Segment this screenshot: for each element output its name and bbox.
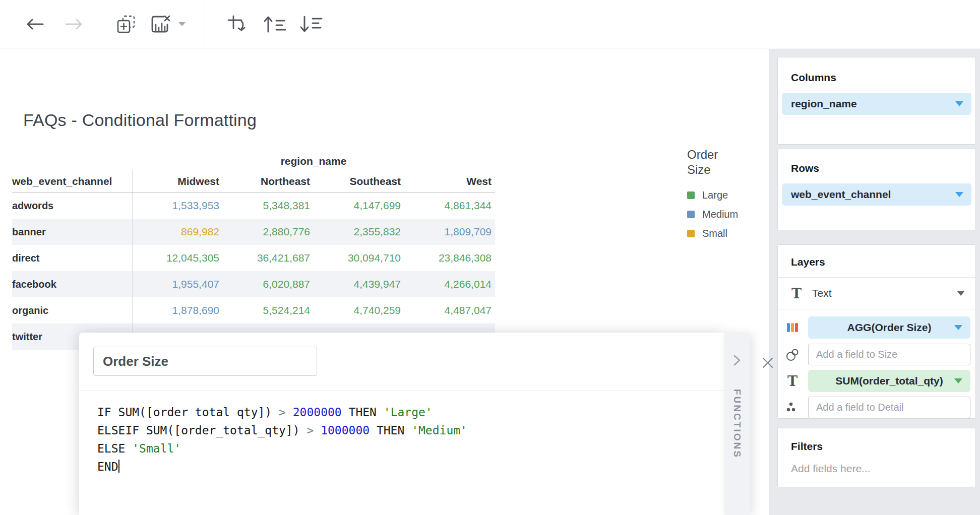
- legend-label: Medium: [702, 209, 738, 220]
- column-header: Southeast: [314, 170, 404, 192]
- value-cell: 23,846,308: [404, 245, 495, 271]
- legend-title: Order Size: [687, 147, 732, 177]
- column-group-label: region_name: [132, 152, 495, 170]
- value-cell: 2,355,832: [314, 219, 404, 245]
- sort-descending-icon: [299, 15, 323, 34]
- legend-item: Medium: [687, 209, 738, 220]
- legend-items: LargeMediumSmall: [687, 189, 738, 239]
- toolbar-divider: [94, 0, 94, 48]
- legend-swatch: [687, 230, 695, 237]
- text-layer-icon: T: [788, 286, 805, 301]
- rows-field-pill[interactable]: web_event_channel: [782, 183, 971, 206]
- functions-tab[interactable]: FUNCTIONS: [724, 333, 750, 515]
- sort-descending-button[interactable]: [297, 0, 325, 48]
- back-button[interactable]: [23, 0, 46, 48]
- value-cell: 4,439,947: [314, 271, 404, 297]
- value-cell: 2,880,776: [223, 219, 314, 245]
- legend-item: Large: [687, 189, 738, 201]
- value-cell: 4,266,014: [404, 271, 495, 297]
- value-cell: 6,020,887: [223, 271, 314, 297]
- size-field-icon: [784, 348, 801, 362]
- value-cell: 4,487,047: [404, 297, 495, 324]
- pivot-table-container: region_name web_event_channel MidwestNor…: [12, 152, 495, 350]
- value-cell: 12,045,305: [132, 245, 223, 271]
- filters-card: Filters Add fields here...: [777, 428, 976, 487]
- value-cell: 30,094,710: [314, 245, 404, 271]
- row-label: adwords: [12, 192, 132, 219]
- layers-card: Layers T Text AGG(Order Size): [777, 244, 976, 419]
- settings-sidebar: Columns region_name Rows web_event_chann…: [769, 49, 980, 515]
- column-header: West: [404, 170, 495, 192]
- columns-field-pill[interactable]: region_name: [782, 93, 971, 115]
- chevron-down-icon: [177, 21, 187, 28]
- formula-name-input[interactable]: [93, 347, 317, 376]
- remove-chart-button[interactable]: [149, 0, 172, 48]
- toolbar: [0, 0, 980, 48]
- pivot-table: region_name web_event_channel MidwestNor…: [12, 152, 495, 350]
- value-cell: 36,421,687: [223, 245, 314, 271]
- chart-type-dropdown[interactable]: [174, 0, 190, 48]
- rows-title: Rows: [791, 162, 971, 174]
- value-cell: 4,861,344: [404, 192, 495, 219]
- forward-button[interactable]: [63, 0, 86, 48]
- layer-type-row[interactable]: T Text: [778, 278, 975, 309]
- add-chart-button[interactable]: [114, 0, 138, 48]
- row-label: direct: [12, 245, 132, 271]
- forward-arrow-icon: [65, 17, 84, 32]
- code-line: ELSE 'Small': [97, 439, 467, 458]
- code-line: IF SUM([order_total_qty]) > 2000000 THEN…: [97, 403, 467, 421]
- formula-editor-panel: IF SUM([order_total_qty]) > 2000000 THEN…: [79, 333, 724, 515]
- columns-title: Columns: [791, 72, 971, 84]
- value-cell: 1,809,709: [404, 219, 495, 245]
- value-cell: 1,955,407: [132, 271, 223, 297]
- column-group-row: region_name: [12, 152, 495, 170]
- color-field-icon: [784, 321, 801, 334]
- text-field-icon: T: [784, 373, 801, 389]
- close-icon: [761, 356, 774, 369]
- legend-item: Small: [687, 228, 738, 239]
- back-arrow-icon: [25, 17, 44, 32]
- column-header: Midwest: [132, 170, 223, 192]
- color-field-pill[interactable]: AGG(Order Size): [808, 316, 970, 339]
- chevron-right-icon: [731, 354, 743, 367]
- detail-field-input[interactable]: [808, 397, 970, 418]
- code-line: END: [97, 458, 467, 476]
- close-button[interactable]: [759, 354, 777, 372]
- value-cell: 1,533,953: [132, 192, 223, 219]
- layer-type-label: Text: [812, 287, 832, 299]
- rows-field-label: web_event_channel: [791, 188, 891, 201]
- pivot-axes-icon: [226, 13, 249, 35]
- chart-delete-icon: [150, 14, 171, 34]
- formula-code[interactable]: IF SUM([order_total_qty]) > 2000000 THEN…: [97, 403, 467, 476]
- row-header-label: web_event_channel: [12, 170, 132, 192]
- pivot-data-button[interactable]: [225, 0, 250, 48]
- add-chart-icon: [116, 14, 136, 34]
- row-label: banner: [12, 219, 132, 245]
- functions-tab-label: FUNCTIONS: [731, 389, 743, 459]
- legend: Order Size LargeMediumSmall: [687, 147, 738, 247]
- text-field-pill[interactable]: SUM(order_total_qty): [808, 370, 970, 392]
- chevron-down-icon: [955, 101, 963, 106]
- column-header: Northeast: [223, 170, 314, 192]
- color-field-label: AGG(Order Size): [847, 321, 932, 334]
- sort-ascending-button[interactable]: [261, 0, 288, 48]
- legend-swatch: [687, 191, 695, 199]
- table-row: organic1,878,6905,524,2144,740,2594,487,…: [12, 297, 495, 324]
- layers-title: Layers: [791, 256, 975, 268]
- code-line: ELSEIF SUM([order_total_qty]) > 1000000 …: [97, 421, 467, 439]
- rows-card: Rows web_event_channel: [777, 149, 976, 230]
- row-label: facebook: [12, 271, 132, 297]
- table-row: direct12,045,30536,421,68730,094,71023,8…: [12, 245, 495, 271]
- value-cell: 1,878,690: [132, 297, 223, 324]
- toolbar-divider: [205, 0, 205, 48]
- value-cell: 5,524,214: [223, 297, 314, 324]
- filters-drop-placeholder[interactable]: Add fields here...: [791, 463, 965, 475]
- table-row: banner869,9822,880,7762,355,8321,809,709: [12, 219, 495, 245]
- table-row: adwords1,533,9535,348,3814,147,6994,861,…: [12, 192, 495, 219]
- columns-field-label: region_name: [791, 98, 857, 110]
- filters-title: Filters: [791, 440, 965, 453]
- size-field-input[interactable]: [808, 344, 970, 365]
- value-cell: 4,147,699: [314, 192, 404, 219]
- divider: [79, 391, 724, 391]
- chevron-down-icon: [957, 291, 964, 296]
